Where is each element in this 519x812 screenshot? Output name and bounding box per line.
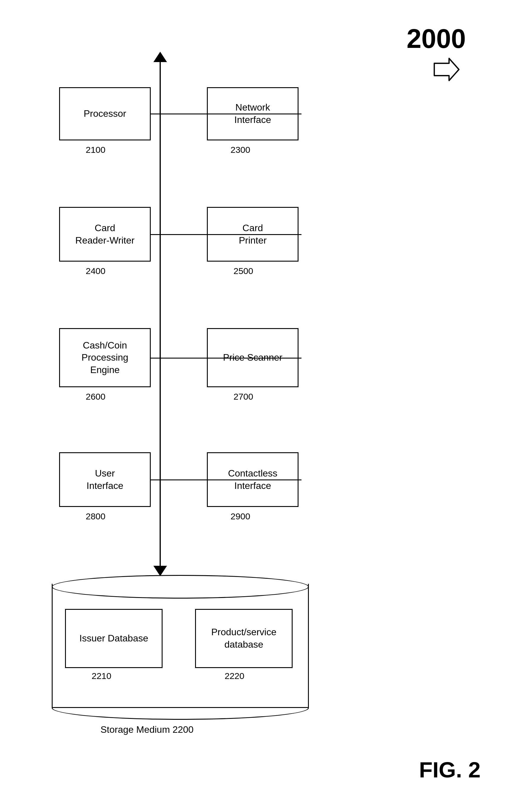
price-scanner-code: 2700 <box>233 392 253 402</box>
user-interface-code: 2800 <box>86 512 106 521</box>
user-interface-box: UserInterface <box>59 452 151 507</box>
cash-coin-code: 2600 <box>86 392 106 402</box>
user-interface-label: UserInterface <box>87 467 123 492</box>
main-vertical-line <box>160 59 161 568</box>
h-line-4 <box>151 480 301 480</box>
network-interface-code: 2300 <box>231 145 250 155</box>
issuer-database-label: Issuer Database <box>79 632 148 645</box>
h-line-3 <box>151 358 301 358</box>
contactless-interface-code: 2900 <box>231 512 250 521</box>
product-service-db-box: Product/servicedatabase <box>195 609 293 668</box>
storage-label: Storage Medium 2200 <box>100 724 194 735</box>
vertical-arrow-down <box>153 566 167 576</box>
card-reader-writer-box: CardReader-Writer <box>59 207 151 262</box>
cash-coin-label: Cash/CoinProcessingEngine <box>82 339 128 376</box>
issuer-database-code: 2210 <box>92 671 111 681</box>
h-line-1 <box>151 114 301 114</box>
issuer-database-box: Issuer Database <box>65 609 163 668</box>
cylinder-top-ellipse <box>52 575 309 599</box>
processor-code: 2100 <box>86 145 106 155</box>
fig-caption: FIG. 2 <box>419 757 481 782</box>
figure-arrow-icon <box>432 58 461 81</box>
card-reader-writer-code: 2400 <box>86 266 106 276</box>
diagram: 2000 Processor 2100 NetworkInterface 230… <box>0 0 519 812</box>
figure-number: 2000 <box>407 24 466 54</box>
h-line-2 <box>151 234 301 235</box>
processor-label: Processor <box>84 108 126 120</box>
card-reader-writer-label: CardReader-Writer <box>75 222 135 246</box>
processor-box: Processor <box>59 87 151 140</box>
product-service-db-code: 2220 <box>225 671 244 681</box>
product-service-db-label: Product/servicedatabase <box>211 626 277 650</box>
cash-coin-box: Cash/CoinProcessingEngine <box>59 328 151 387</box>
card-printer-code: 2500 <box>233 266 253 276</box>
svg-marker-0 <box>434 59 459 81</box>
